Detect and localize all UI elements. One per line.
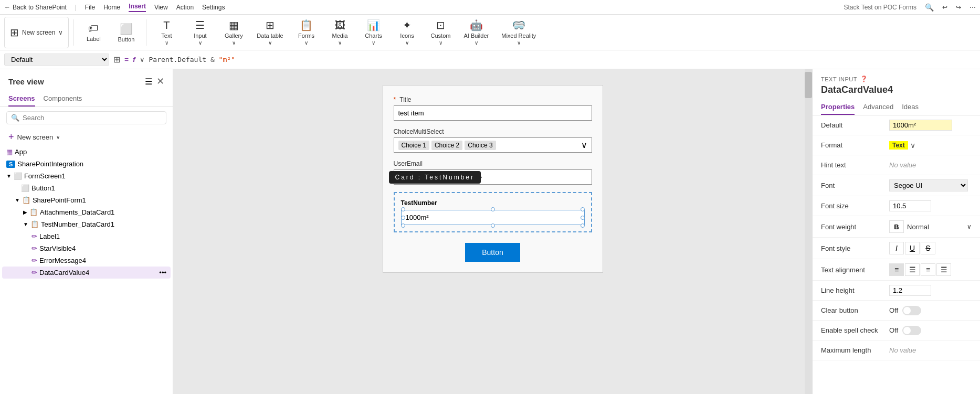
datacardvalue4-options[interactable]: ••• [159,269,166,276]
strikethrough-button[interactable]: S [921,242,935,254]
tree-item-label: Label1 [39,232,60,240]
property-default: Default [813,115,980,135]
new-screen-chevron: ∨ [58,29,63,36]
formula-bar: Default ⊞ = f ∨ Parent.Default & "m²" [0,50,980,69]
custom-button[interactable]: ⊡ Custom ∨ [425,17,457,48]
title-input[interactable] [394,105,592,121]
font-size-input[interactable] [889,200,931,211]
bold-button[interactable]: B [889,220,904,233]
font-size-label: Font size [821,202,889,210]
formula-expand-icon[interactable]: ⊞ [113,55,120,65]
choice-dropdown-icon[interactable]: ∨ [581,140,587,150]
tab-screens[interactable]: Screens [8,91,35,107]
menu-home[interactable]: Home [103,4,120,11]
menu-file[interactable]: File [85,4,95,11]
formula-text: Parent.Default & "m²" [149,56,235,63]
new-screen-tree-btn[interactable]: + New screen ∨ [0,129,173,146]
align-right-button[interactable]: ≡ [921,263,935,276]
hint-text-label: Hint text [821,161,889,169]
font-style-value: I U S [889,242,972,254]
align-center-button[interactable]: ☰ [905,263,920,276]
media-chevron: ∨ [338,40,342,46]
testnumber-input[interactable] [401,210,585,225]
tree-item-errormessage4[interactable]: ✏ ErrorMessage4 [2,254,171,267]
undo-icon[interactable]: ↩ [942,4,947,11]
tree-item-formscreen1[interactable]: ▼ ⬜ FormScreen1 [2,170,171,182]
input-button[interactable]: ☰ Input ∨ [184,17,216,48]
default-input[interactable] [889,120,952,131]
help-icon[interactable]: ❓ [860,76,868,82]
datatable-button[interactable]: ⊞ Data table ∨ [251,17,288,48]
submit-button[interactable]: Button [465,243,520,262]
tree-item-label: App [15,148,27,156]
menu-insert[interactable]: Insert [129,3,146,12]
menu-view[interactable]: View [154,4,168,11]
property-selector[interactable]: Default [4,54,109,66]
aibuilder-button[interactable]: 🤖 AI Builder ∨ [459,17,494,48]
format-value: Text ∨ [889,141,972,150]
datacardvalue4-icon: ✏ [31,269,37,276]
choice-multiselect[interactable]: Choice 1 Choice 2 Choice 3 ∨ [394,137,592,153]
align-justify-button[interactable]: ☰ [936,263,951,276]
tab-advanced[interactable]: Advanced [863,100,893,115]
tree-item-app[interactable]: ▦ App [2,146,171,158]
spell-check-switch[interactable] [902,326,921,335]
text-chevron: ∨ [165,40,168,46]
line-height-input[interactable] [889,285,931,296]
underline-button[interactable]: U [905,242,920,254]
choice-multiselect-field: ChoiceMultiSelect Choice 1 Choice 2 Choi… [394,128,592,153]
new-screen-button[interactable]: ⊞ New screen ∨ [4,17,69,48]
form-card: * Title ChoiceMultiSelect Choice 1 Choic… [383,85,603,273]
label-button[interactable]: 🏷 Label [78,17,109,48]
menu-action[interactable]: Action [176,4,194,11]
tree-item-starvisible4[interactable]: ✏ StarVisible4 [2,242,171,254]
ribbon-divider-2 [146,19,146,46]
tree-item-sharepointform1[interactable]: ▼ 📋 SharePointForm1 [2,194,171,206]
button-button[interactable]: ⬜ Button [110,17,142,48]
default-value [889,120,972,131]
icons-chevron: ∨ [405,40,409,46]
tree-item-label1[interactable]: ✏ Label1 [2,230,171,242]
tree-item-datacardvalue4[interactable]: ✏ DataCardValue4 ••• [2,267,171,279]
choice-multiselect-label: ChoiceMultiSelect [394,128,592,135]
tree-item-sharepointintegration[interactable]: S SharePointIntegration [2,158,171,170]
sidebar-close-icon[interactable]: ✕ [156,76,164,87]
clear-button-switch[interactable] [902,306,921,315]
clear-button-toggle: Off [889,306,921,315]
search-icon[interactable]: 🔍 [925,3,934,12]
text-button[interactable]: T Text ∨ [151,17,182,48]
media-button[interactable]: 🖼 Media ∨ [324,17,356,48]
more-icon[interactable]: ⋯ [970,4,976,11]
gallery-button[interactable]: ▦ Gallery ∨ [218,17,249,48]
tree-item-label: Attachments_DataCard1 [40,208,114,216]
tab-components[interactable]: Components [44,91,82,107]
useremail-input[interactable]: Card : TestNumber •••••••••••• [394,169,592,185]
sidebar-menu-icon[interactable]: ☰ [145,77,152,87]
mixedreality-button[interactable]: 🥽 Mixed Reality ∨ [496,17,541,48]
forms-button[interactable]: 📋 Forms ∨ [291,17,322,48]
tree-view-title: Tree view [8,77,44,86]
charts-button[interactable]: 📊 Charts ∨ [358,17,389,48]
icons-button[interactable]: ✦ Icons ∨ [392,17,423,48]
font-select[interactable]: Segoe UI [889,179,968,191]
property-font-style: Font style I U S [813,238,980,259]
formula-dropdown[interactable]: ∨ [140,56,145,63]
search-input[interactable] [23,114,162,122]
tree-item-attachments-datacard[interactable]: ▶ 📋 Attachments_DataCard1 [2,206,171,218]
tree-item-button1[interactable]: ▶ ⬜ Button1 [2,182,171,194]
tab-properties[interactable]: Properties [821,100,855,115]
redo-icon[interactable]: ↪ [956,4,961,11]
property-max-length: Maximum length No value [813,340,980,360]
font-weight-dropdown[interactable]: ∨ [967,223,972,230]
menu-settings[interactable]: Settings [202,4,225,11]
italic-button[interactable]: I [889,242,904,254]
sp-integration-icon: S [6,161,15,168]
testnumber-dc-icon: 📋 [30,220,39,228]
tab-ideas[interactable]: Ideas [902,100,919,115]
property-line-height: Line height [813,281,980,301]
format-dropdown-icon[interactable]: ∨ [910,141,915,150]
tree-item-testnumber-datacard1[interactable]: ▼ 📋 TestNumber_DataCard1 [2,218,171,230]
back-to-sharepoint[interactable]: ← Back to SharePoint [4,4,67,11]
canvas-scrollbar[interactable] [805,69,812,394]
align-left-button[interactable]: ≡ [889,263,904,276]
